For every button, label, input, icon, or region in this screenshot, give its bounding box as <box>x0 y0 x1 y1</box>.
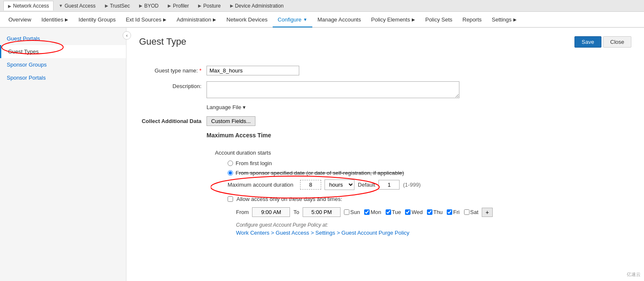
arrow-icon: ▶ <box>168 3 171 8</box>
chevron-right-icon: ▶ <box>65 17 68 22</box>
day-fri: Fri <box>447 209 459 215</box>
tue-checkbox[interactable] <box>386 209 391 215</box>
from-sponsor-label: From sponsor specified date (or date of … <box>236 170 404 176</box>
account-duration-label: Account duration starts <box>215 150 631 156</box>
day-sat: Sat <box>464 209 479 215</box>
description-label: Description: <box>139 81 207 89</box>
from-first-login-label: From first login <box>236 160 272 166</box>
to-time-label: To <box>293 209 299 215</box>
day-checkboxes: Sun Mon Tue Wed <box>344 209 478 215</box>
language-file-spacer <box>139 104 207 106</box>
guest-type-name-input[interactable] <box>207 66 299 75</box>
chevron-right-icon: ▶ <box>412 17 415 22</box>
nav-identity-groups[interactable]: Identity Groups <box>73 12 121 27</box>
watermark: 亿速云 <box>627 271 641 278</box>
top-bar: ▶ Network Access ▼ Guest Access ▶ TrustS… <box>0 0 644 12</box>
arrow-icon: ▶ <box>139 3 142 8</box>
topbar-item-guest-access[interactable]: ▼ Guest Access <box>54 1 99 11</box>
arrow-icon: ▶ <box>198 3 201 8</box>
required-asterisk: * <box>199 67 201 74</box>
page-title: Guest Type <box>139 36 186 47</box>
nav-identities[interactable]: Identities ▶ <box>36 12 73 27</box>
max-access-time-spacer <box>139 132 207 134</box>
topbar-item-posture[interactable]: ▶ Posture <box>194 1 225 11</box>
nav-manage-accounts[interactable]: Manage Accounts <box>312 12 366 27</box>
topbar-item-device-admin[interactable]: ▶ Device Administration <box>226 1 288 11</box>
topbar-item-trustsec[interactable]: ▶ TrustSec <box>101 1 134 11</box>
custom-fields-button[interactable]: Custom Fields... <box>207 116 255 126</box>
form-section: Guest type name: * Description: Language… <box>139 66 631 236</box>
nav-settings[interactable]: Settings ▶ <box>487 12 522 27</box>
close-button[interactable]: Close <box>603 36 631 48</box>
sidebar: ‹ Guest Portals Guest Types Sponsor Grou… <box>0 28 126 281</box>
nav-overview[interactable]: Overview <box>3 12 36 27</box>
guest-type-name-label: Guest type name: * <box>139 66 207 74</box>
sun-checkbox[interactable] <box>344 209 349 215</box>
duration-unit-select[interactable]: hours days weeks <box>325 179 354 190</box>
wed-checkbox[interactable] <box>405 209 411 215</box>
topbar-item-profiler[interactable]: ▶ Profiler <box>164 1 193 11</box>
day-thu: Thu <box>427 209 443 215</box>
sidebar-item-sponsor-portals[interactable]: Sponsor Portals <box>0 71 126 84</box>
purge-link[interactable]: Work Centers > Guest Access > Settings >… <box>236 230 409 236</box>
from-time-input[interactable] <box>252 207 290 217</box>
to-time-input[interactable] <box>303 207 341 217</box>
collect-additional-label: Collect Additional Data <box>139 116 207 124</box>
chevron-right-icon: ▶ <box>163 17 166 22</box>
nav-reports[interactable]: Reports <box>457 12 487 27</box>
language-file-button[interactable]: Language File ▾ <box>207 104 246 110</box>
dropdown-arrow-icon: ▾ <box>243 104 246 110</box>
chevron-right-icon: ▶ <box>513 17 517 22</box>
from-time-label: From <box>236 209 249 215</box>
sidebar-item-guest-types[interactable]: Guest Types <box>0 45 126 58</box>
duration-value-input[interactable] <box>300 180 321 190</box>
save-button[interactable]: Save <box>574 36 601 48</box>
sidebar-toggle[interactable]: ‹ <box>123 31 131 40</box>
content-area: Guest Type Save Close Guest type name: *… <box>126 28 644 281</box>
sidebar-item-guest-portals[interactable]: Guest Portals <box>0 32 126 45</box>
max-account-duration-label: Maximum account duration <box>228 182 293 188</box>
from-first-login-radio[interactable] <box>228 161 233 166</box>
description-textarea[interactable] <box>207 81 459 98</box>
arrow-icon: ▶ <box>105 3 108 8</box>
from-first-login-row: From first login <box>228 160 631 166</box>
default-label: Default <box>358 182 375 188</box>
max-duration-row: Maximum account duration hours days week… <box>228 179 421 190</box>
fri-checkbox[interactable] <box>447 209 452 215</box>
nav-policy-sets[interactable]: Policy Sets <box>420 12 457 27</box>
topbar-item-network-access[interactable]: ▶ Network Access <box>3 1 54 11</box>
day-schedule-row: From To Sun Mon <box>236 207 631 217</box>
collect-additional-row: Collect Additional Data Custom Fields... <box>139 116 631 126</box>
from-sponsor-radio[interactable] <box>228 170 233 176</box>
day-wed: Wed <box>405 209 423 215</box>
description-row: Description: <box>139 81 631 98</box>
title-row: Guest Type Save Close <box>139 36 631 56</box>
nav-administration[interactable]: Administration ▶ <box>172 12 221 27</box>
arrow-icon: ▼ <box>59 3 63 8</box>
chevron-right-icon: ▶ <box>213 17 216 22</box>
max-access-time-header: Maximum Access Time <box>207 132 271 139</box>
nav-ext-id-sources[interactable]: Ext Id Sources ▶ <box>121 12 172 27</box>
mon-checkbox[interactable] <box>364 209 370 215</box>
max-access-time-header-row: Maximum Access Time <box>139 132 631 144</box>
nav-bar: Overview Identities ▶ Identity Groups Ex… <box>0 12 644 28</box>
sat-checkbox[interactable] <box>464 209 470 215</box>
topbar-item-byod[interactable]: ▶ BYOD <box>135 1 163 11</box>
add-schedule-button[interactable]: + <box>482 208 493 217</box>
allow-access-label: Allow access only on these days and time… <box>236 196 342 202</box>
nav-network-devices[interactable]: Network Devices <box>221 12 273 27</box>
arrow-icon: ▶ <box>8 4 11 8</box>
default-value-input[interactable] <box>378 180 400 190</box>
max-duration-wrapper: Maximum account duration hours days week… <box>215 179 421 196</box>
nav-configure[interactable]: Configure ▼ <box>273 12 312 27</box>
purge-info: Configure guest Account Purge Policy at: <box>236 222 631 228</box>
main-layout: ‹ Guest Portals Guest Types Sponsor Grou… <box>0 28 644 281</box>
default-range: (1-999) <box>403 182 421 188</box>
allow-access-checkbox[interactable] <box>228 196 233 202</box>
guest-type-name-row: Guest type name: * <box>139 66 631 75</box>
language-file-row: Language File ▾ <box>139 104 631 110</box>
arrow-icon: ▶ <box>230 3 233 8</box>
nav-policy-elements[interactable]: Policy Elements ▶ <box>366 12 420 27</box>
sidebar-item-sponsor-groups[interactable]: Sponsor Groups <box>0 58 126 71</box>
thu-checkbox[interactable] <box>427 209 432 215</box>
